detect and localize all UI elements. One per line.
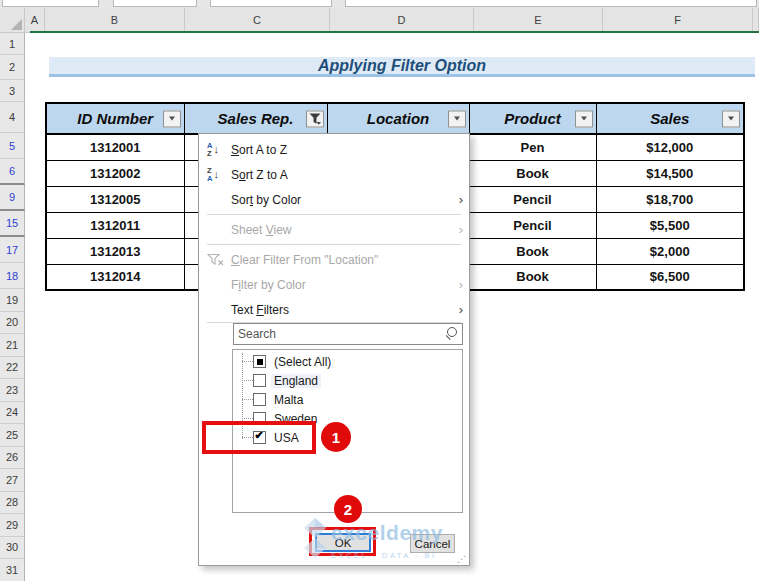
row-header-19[interactable]: 19 [0, 289, 25, 312]
row-header-5[interactable]: 5 [0, 133, 25, 159]
header-sales-rep[interactable]: Sales Rep. [184, 103, 327, 134]
menu-item-label: Sort by Color [231, 193, 449, 207]
cell-product[interactable]: Pen [469, 134, 596, 160]
cell-sales[interactable]: $5,500 [596, 212, 744, 238]
filter-dropdown-button[interactable] [448, 110, 466, 127]
cell-sales[interactable]: $14,500 [596, 160, 744, 186]
selection-underline [30, 31, 759, 34]
row-number-gutter: 123456915171819202122232425262728293031 [0, 33, 25, 581]
cell-sales[interactable]: $2,000 [596, 238, 744, 264]
row-header-28[interactable]: 28 [0, 492, 25, 515]
column-header-b[interactable]: B [45, 8, 185, 33]
checkbox-unchecked[interactable] [253, 393, 266, 406]
row-header-29[interactable]: 29 [0, 514, 25, 537]
header-product[interactable]: Product [469, 103, 596, 134]
checkbox-indeterminate[interactable] [253, 355, 266, 368]
header-label: ID Number [77, 110, 153, 127]
filter-option-malta[interactable]: Malta [233, 390, 462, 409]
row-header-3[interactable]: 3 [0, 80, 25, 102]
row-header-22[interactable]: 22 [0, 357, 25, 380]
row-header-25[interactable]: 25 [0, 424, 25, 447]
row-header-26[interactable]: 26 [0, 447, 25, 470]
chevron-down-icon [728, 117, 734, 121]
menu-item-clear-filter[interactable]: Clear Filter From "Location" [199, 247, 469, 272]
cell-sales[interactable]: $12,000 [596, 134, 744, 160]
column-header-e[interactable]: E [474, 8, 603, 33]
cell-sales[interactable]: $18,700 [596, 186, 744, 212]
cell-id[interactable]: 1312005 [46, 186, 184, 212]
checkbox-unchecked[interactable] [253, 374, 266, 387]
filter-option-england[interactable]: England [233, 371, 462, 390]
header-id-number[interactable]: ID Number [46, 103, 184, 134]
menu-item-label: Sheet View [231, 223, 449, 237]
row-header-1[interactable]: 1 [0, 33, 25, 55]
row-header-15[interactable]: 15 [0, 211, 25, 237]
filter-dropdown-menu: AZ↓ Sort A to Z ZA↓ Sort Z to A Sort by … [198, 133, 470, 566]
row-header-21[interactable]: 21 [0, 334, 25, 357]
menu-item-sort-by-color[interactable]: Sort by Color › [199, 187, 469, 212]
menu-separator [207, 214, 461, 215]
header-label: Sales [650, 110, 689, 127]
column-header-f[interactable]: F [603, 8, 753, 33]
filter-dropdown-button[interactable] [722, 110, 740, 127]
select-all-corner[interactable] [0, 8, 25, 33]
cell-sales[interactable]: $6,500 [596, 264, 744, 290]
resize-grip[interactable]: ⋰ [457, 554, 466, 564]
row-header-6[interactable]: 6 [0, 159, 25, 185]
row-header-4[interactable]: 4 [0, 102, 25, 133]
menu-item-text-filters[interactable]: Text Filters › [199, 297, 469, 322]
cell-product[interactable]: Book [469, 160, 596, 186]
row-header-20[interactable]: 20 [0, 312, 25, 335]
row-header-17[interactable]: 17 [0, 237, 25, 263]
menu-item-sort-z-to-a[interactable]: ZA↓ Sort Z to A [199, 162, 469, 187]
toolbar-box [113, 0, 197, 7]
toolbar-box [210, 0, 332, 7]
search-input[interactable] [234, 325, 444, 343]
row-header-30[interactable]: 30 [0, 537, 25, 560]
cancel-button[interactable]: Cancel [410, 534, 455, 553]
row-header-27[interactable]: 27 [0, 469, 25, 492]
cell-id[interactable]: 1312013 [46, 238, 184, 264]
row-header-24[interactable]: 24 [0, 402, 25, 425]
filter-option-select-all[interactable]: (Select All) [233, 352, 462, 371]
funnel-icon [308, 112, 322, 125]
menu-item-sheet-view[interactable]: Sheet View › [199, 217, 469, 242]
column-header-d[interactable]: D [330, 8, 474, 33]
sort-za-icon: ZA↓ [207, 167, 231, 182]
chevron-down-icon [454, 117, 460, 121]
menu-item-filter-by-color[interactable]: Filter by Color › [199, 272, 469, 297]
formula-bar-bottom [345, 0, 757, 7]
filter-dropdown-button[interactable] [163, 110, 181, 127]
row-header-9[interactable]: 9 [0, 185, 25, 211]
filter-search-box [233, 323, 463, 345]
column-header-a[interactable]: A [25, 8, 45, 33]
excel-window: ABCDEF 123456915171819202122232425262728… [0, 0, 759, 581]
row-header-31[interactable]: 31 [0, 559, 25, 581]
header-sales[interactable]: Sales [596, 103, 744, 134]
column-header-c[interactable]: C [185, 8, 330, 33]
cell-product[interactable]: Pencil [469, 212, 596, 238]
cell-id[interactable]: 1312014 [46, 264, 184, 290]
cell-product[interactable]: Book [469, 264, 596, 290]
active-filter-button[interactable] [306, 110, 324, 127]
table-header-row: ID Number Sales Rep. Location Product [46, 103, 744, 134]
filter-dropdown-button[interactable] [575, 110, 593, 127]
cell-product[interactable]: Pencil [469, 186, 596, 212]
menu-item-label: Sort Z to A [231, 168, 463, 182]
row-header-2[interactable]: 2 [0, 55, 25, 80]
row-header-18[interactable]: 18 [0, 263, 25, 289]
cell-product[interactable]: Book [469, 238, 596, 264]
menu-item-sort-a-to-z[interactable]: AZ↓ Sort A to Z [199, 137, 469, 162]
formula-bar-strip [0, 0, 759, 8]
header-location[interactable]: Location [327, 103, 469, 134]
cell-id[interactable]: 1312011 [46, 212, 184, 238]
menu-separator [207, 244, 461, 245]
row-header-23[interactable]: 23 [0, 379, 25, 402]
column-header-row: ABCDEF [0, 8, 759, 33]
annotation-step-2: 2 [334, 495, 362, 523]
cell-id[interactable]: 1312001 [46, 134, 184, 160]
search-icon [444, 325, 462, 343]
cell-id[interactable]: 1312002 [46, 160, 184, 186]
submenu-arrow-icon: › [449, 302, 463, 317]
submenu-arrow-icon: › [449, 192, 463, 207]
